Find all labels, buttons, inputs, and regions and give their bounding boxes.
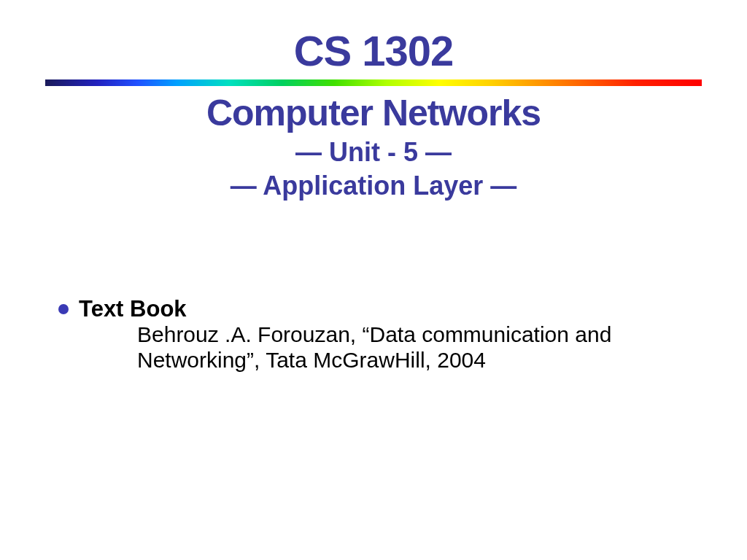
textbook-citation: Behrouz .A. Forouzan, “Data communicatio… <box>137 322 735 373</box>
content-area: Text Book Behrouz .A. Forouzan, “Data co… <box>58 296 747 373</box>
rainbow-divider <box>45 79 702 86</box>
slide: CS 1302 Computer Networks — Unit - 5 — —… <box>0 26 747 560</box>
course-code-title: CS 1302 <box>0 26 747 75</box>
course-name-title: Computer Networks <box>0 92 747 134</box>
unit-name-title: — Application Layer — <box>0 171 747 201</box>
textbook-heading: Text Book <box>79 296 187 322</box>
unit-number-title: — Unit - 5 — <box>0 137 747 168</box>
bullet-item: Text Book <box>58 296 747 322</box>
bullet-icon <box>58 304 69 314</box>
